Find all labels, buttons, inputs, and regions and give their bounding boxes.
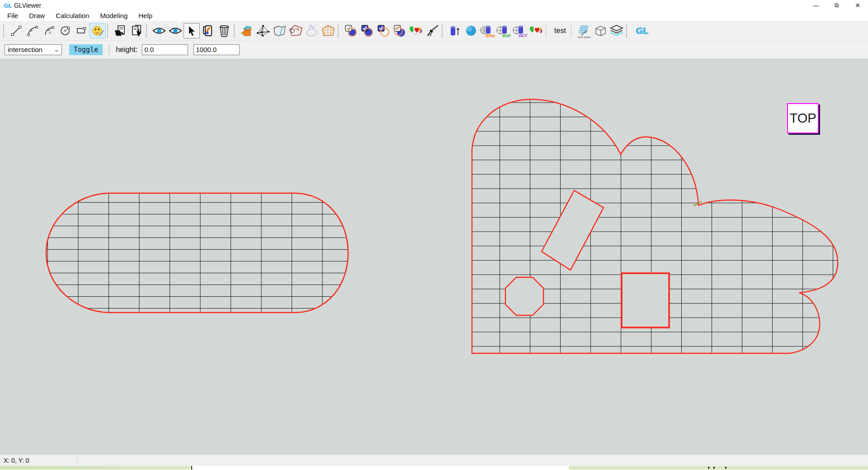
test-button[interactable]: test <box>551 24 570 38</box>
brep-convert-button[interactable]: BRep <box>479 23 495 38</box>
show-eye-icon <box>152 25 166 36</box>
bsp-cylinder-icon: BSP <box>496 24 511 38</box>
window-title: GLViewer <box>14 2 41 9</box>
menu-draw[interactable]: Draw <box>24 11 50 21</box>
svg-text:BRep: BRep <box>486 33 495 38</box>
taskbar-mark <box>708 467 709 469</box>
taskbar-mark <box>713 467 715 469</box>
oct-cylinder-icon: OCT <box>512 24 528 38</box>
layers-icon <box>609 24 624 38</box>
boolean-union-button[interactable] <box>359 23 375 38</box>
title-bar: GL GLViewer — ⧉ ✕ <box>0 0 868 11</box>
minimize-button[interactable]: — <box>806 0 826 11</box>
toggle-button[interactable]: Toggle <box>69 44 103 55</box>
workplane-button[interactable]: work plane <box>576 23 592 38</box>
sphere-button[interactable] <box>463 23 479 38</box>
operation-dropdown-value: intersection <box>8 46 42 53</box>
status-bar: X: 0, Y: 0 <box>0 455 868 466</box>
arc-tool-button[interactable] <box>24 23 41 38</box>
boolean-intersect-icon <box>376 24 391 38</box>
import-file-button[interactable] <box>128 23 145 38</box>
sphere-icon <box>464 24 478 38</box>
line-icon <box>10 24 23 37</box>
mesh-vertices-icon <box>256 24 270 38</box>
cgal-button-2[interactable] <box>528 23 544 38</box>
surface-button[interactable] <box>271 23 288 38</box>
restore-button[interactable]: ⧉ <box>826 0 847 11</box>
delete-button[interactable] <box>216 23 232 38</box>
bunny-outline-icon <box>305 24 319 38</box>
menu-modeling[interactable]: Modeling <box>94 11 133 21</box>
smiley-draw-icon <box>91 24 104 38</box>
boolean-subtract-button[interactable] <box>343 23 359 38</box>
circle-tool-button[interactable] <box>57 23 73 38</box>
boolean-xor-button[interactable] <box>392 23 408 38</box>
rect-hole-outline[interactable] <box>622 273 669 328</box>
line-tool-button[interactable] <box>8 23 24 38</box>
show-all-button[interactable] <box>151 23 167 38</box>
toolbar-separator <box>442 24 444 38</box>
menu-calculation[interactable]: Calculation <box>50 11 94 21</box>
cylinder-raise-icon <box>448 24 462 38</box>
paste-transform-button[interactable] <box>200 23 216 38</box>
hatch-region-button[interactable] <box>320 23 336 38</box>
mesh-button[interactable] <box>255 23 271 38</box>
region-pentagon-icon <box>288 24 303 38</box>
toolbar-separator <box>107 24 110 38</box>
svg-text:+: + <box>49 31 51 35</box>
height-to-input[interactable] <box>193 44 240 55</box>
toolbar-separator <box>571 24 574 38</box>
workplane-icon <box>577 25 591 37</box>
toolbar-separator <box>234 24 236 38</box>
cloud-shape[interactable] <box>472 100 838 353</box>
layers-button[interactable] <box>609 23 625 38</box>
svg-text:OCT: OCT <box>519 33 528 38</box>
clean-broom-icon <box>425 24 439 38</box>
menu-help[interactable]: Help <box>133 11 158 21</box>
status-separator <box>77 456 77 465</box>
boolean-intersect-button[interactable] <box>375 23 392 38</box>
cube-view-button[interactable] <box>592 23 609 38</box>
clean-button[interactable] <box>424 23 440 38</box>
toolbar-drag-handle <box>3 24 6 38</box>
open-file-button[interactable] <box>112 23 128 38</box>
hide-selected-button[interactable] <box>167 23 184 38</box>
delete-trash-icon <box>218 24 231 38</box>
menu-bar: File Draw Calculation Modeling Help <box>0 11 868 21</box>
chevron-down-icon: ⌄ <box>53 47 60 53</box>
select-cursor-icon <box>186 25 198 37</box>
bunny-button[interactable] <box>304 23 320 38</box>
hatch-pentagon-icon <box>321 24 335 38</box>
stadium-shape[interactable] <box>46 193 348 313</box>
arc-center-icon: N + <box>42 24 55 37</box>
select-tool-button[interactable] <box>184 23 200 38</box>
cgal-button[interactable] <box>408 23 424 38</box>
taskbar-mark <box>725 467 726 469</box>
cylinder-raise-button[interactable] <box>447 23 463 38</box>
background-window-edge <box>192 466 569 470</box>
viewport-canvas[interactable]: TOP <box>0 59 868 455</box>
menu-file[interactable]: File <box>2 11 24 21</box>
circle-icon <box>59 24 71 37</box>
bsp-convert-button[interactable]: BSP <box>495 23 512 38</box>
scene-drawing <box>0 59 868 455</box>
boolean-xor-icon <box>392 24 407 38</box>
surface-patch-icon <box>272 24 287 37</box>
oct-convert-button[interactable]: OCT <box>512 23 528 38</box>
extrude-button[interactable] <box>239 23 255 38</box>
height-from-input[interactable] <box>142 44 188 55</box>
svg-text:BSP: BSP <box>502 33 511 38</box>
smiley-draw-tool-button[interactable] <box>90 23 106 38</box>
open-file-icon <box>113 24 127 38</box>
close-button[interactable]: ✕ <box>847 0 868 11</box>
toolbar-separator <box>546 24 548 38</box>
boolean-subtract-icon <box>344 24 358 38</box>
window-controls: — ⧉ ✕ <box>806 0 868 11</box>
rectangle-tool-button[interactable] <box>73 23 90 38</box>
app-logo-icon: GL <box>4 2 11 9</box>
arc-center-tool-button[interactable]: N + <box>41 23 57 38</box>
arc-icon <box>26 24 39 37</box>
region-button[interactable] <box>288 23 304 38</box>
operation-dropdown[interactable]: intersection ⌄ <box>5 44 62 55</box>
cursor-coordinates: X: 0, Y: 0 <box>4 457 29 464</box>
